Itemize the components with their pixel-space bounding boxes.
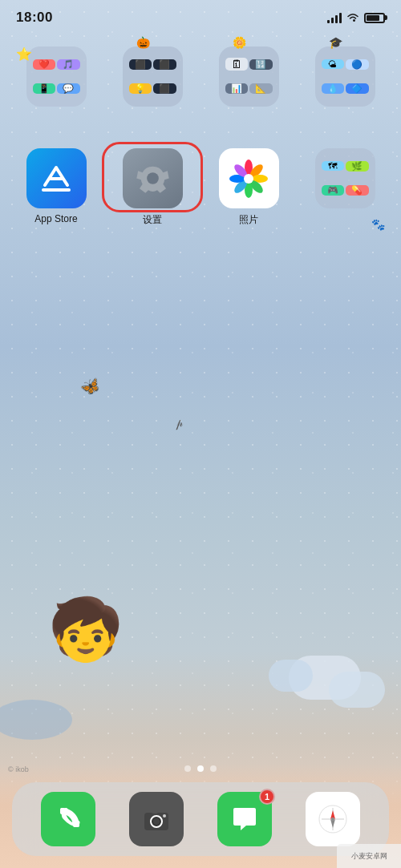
signal-icon [327, 12, 342, 23]
deco-pumpkin: 🎃 [136, 36, 150, 49]
status-time: 18:00 [16, 10, 53, 26]
watermark: © ikob [8, 765, 29, 773]
folder-util-icon[interactable]: 🗓 🔢 📊 📐 [219, 46, 279, 107]
settings-label: 设置 [143, 213, 162, 227]
deco-paw: 🐾 [371, 218, 385, 231]
folder-tools[interactable]: ⬛ ⬛ 💡 ⬛ 🎃 [108, 46, 196, 107]
svg-point-10 [244, 174, 253, 184]
dock-camera[interactable] [129, 792, 184, 846]
deco-star-1: ⭐ [16, 46, 32, 49]
folder-health[interactable]: ❤️ 🎵 📱 💬 ⭐ [12, 46, 100, 107]
app-store-item[interactable]: App Store [12, 148, 100, 227]
dock: 1 [12, 782, 389, 856]
status-bar: 18:00 [0, 0, 401, 35]
deco-flower: 🌼 [233, 36, 246, 49]
dock-safari[interactable] [306, 792, 360, 846]
dock-messages[interactable]: 1 [217, 792, 272, 846]
folder-misc-icon[interactable]: 🌤 🔵 💧 🔷 [315, 46, 375, 107]
svg-point-15 [163, 814, 166, 818]
page-dot-2 [197, 765, 204, 772]
app-store-label: App Store [34, 213, 77, 224]
messages-badge: 1 [259, 789, 275, 805]
svg-point-13 [153, 818, 160, 825]
folder-util[interactable]: 🗓 🔢 📊 📐 🌼 [205, 46, 293, 107]
deco-grad: 🎓 [329, 36, 342, 49]
battery-icon [364, 13, 385, 23]
settings-item[interactable]: 设置 [108, 148, 196, 227]
photos-item[interactable]: 照片 [205, 148, 293, 227]
app-store-icon[interactable] [26, 148, 87, 208]
photos-label: 照片 [239, 213, 258, 227]
page-dot-3 [210, 765, 217, 772]
app-row-2: App Store 设置 [12, 148, 389, 227]
svg-point-22 [331, 818, 334, 821]
app-row-1: ❤️ 🎵 📱 💬 ⭐ ⬛ ⬛ 💡 ⬛ 🎃 🗓 🔢 📊 📐 🌼 🌤 🔵 [12, 46, 389, 107]
folder-more-icon[interactable]: 🗺 🌿 🎮 💊 [315, 148, 375, 208]
folder-health-icon[interactable]: ❤️ 🎵 📱 💬 [26, 46, 87, 107]
dock-phone[interactable] [41, 792, 95, 846]
page-indicator [184, 765, 217, 772]
page-dot-1 [184, 765, 191, 772]
status-icons [327, 12, 385, 23]
wallpaper [0, 0, 401, 868]
photos-icon[interactable] [219, 148, 279, 208]
svg-rect-14 [152, 810, 158, 813]
wifi-icon [346, 13, 359, 22]
xmz-logo: 小麦安卓网 [337, 844, 401, 868]
settings-icon[interactable] [123, 148, 183, 208]
folder-misc[interactable]: 🌤 🔵 💧 🔷 🎓 [301, 46, 389, 107]
svg-point-1 [147, 172, 159, 184]
folder-more-item[interactable]: 🗺 🌿 🎮 💊 🐾 [301, 148, 389, 227]
folder-tools-icon[interactable]: ⬛ ⬛ 💡 ⬛ [123, 46, 183, 107]
